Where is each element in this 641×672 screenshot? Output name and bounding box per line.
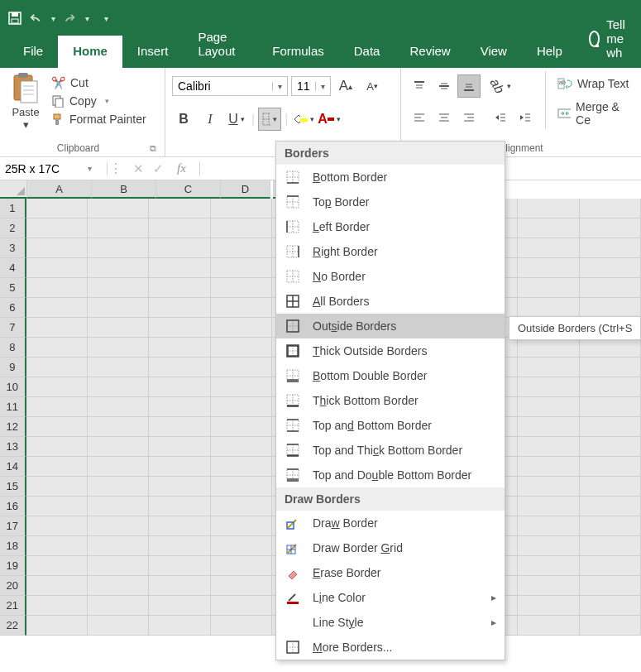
cell[interactable] — [518, 516, 579, 536]
cell[interactable] — [580, 397, 641, 417]
cell[interactable] — [518, 199, 579, 218]
cell[interactable] — [26, 556, 88, 576]
cell[interactable] — [149, 278, 210, 298]
underline-button[interactable]: U▾ — [225, 108, 248, 131]
undo-dropdown-icon[interactable]: ▾ — [51, 14, 55, 23]
row-header[interactable]: 16 — [0, 497, 26, 516]
merge-center-button[interactable]: Merge & Ce — [554, 98, 634, 128]
cell[interactable] — [26, 238, 88, 258]
fill-color-dropdown-icon[interactable]: ▾ — [310, 115, 314, 123]
cell[interactable] — [518, 437, 579, 457]
cell[interactable] — [26, 298, 88, 318]
row-header[interactable]: 22 — [0, 616, 26, 636]
font-color-dropdown-icon[interactable]: ▾ — [337, 115, 341, 123]
align-middle-button[interactable] — [433, 74, 456, 98]
row-header[interactable]: 10 — [0, 377, 26, 397]
cell[interactable] — [149, 616, 210, 636]
cell[interactable] — [88, 218, 149, 238]
tab-formulas[interactable]: Formulas — [257, 36, 339, 68]
redo-icon[interactable] — [64, 12, 77, 25]
bold-button[interactable]: B — [172, 108, 195, 131]
column-header[interactable]: A — [27, 180, 92, 199]
cell[interactable] — [149, 477, 210, 497]
border-menu-thick-bottom[interactable]: Thick Bottom Border — [276, 388, 505, 413]
copy-button[interactable]: Copy▾ — [48, 93, 150, 109]
cell[interactable] — [580, 437, 641, 457]
cell[interactable] — [26, 576, 88, 596]
cell[interactable] — [580, 358, 641, 377]
cell[interactable] — [580, 417, 641, 437]
cell[interactable] — [580, 536, 641, 556]
border-menu-left[interactable]: Left Border — [276, 214, 505, 239]
orientation-button[interactable]: ab▾ — [489, 74, 512, 98]
cell[interactable] — [211, 596, 272, 616]
cell[interactable] — [211, 616, 272, 636]
row-header[interactable]: 1 — [0, 199, 26, 218]
border-menu-all[interactable]: All Borders — [276, 289, 505, 314]
cell[interactable] — [88, 536, 149, 556]
border-menu-draw[interactable]: Draw Border — [276, 511, 505, 535]
cell[interactable] — [580, 338, 641, 358]
cell[interactable] — [88, 358, 149, 377]
border-menu-bottom-double[interactable]: Bottom Double Border — [276, 363, 505, 388]
paste-dropdown-icon[interactable]: ▾ — [23, 118, 29, 131]
undo-icon[interactable] — [30, 12, 43, 25]
align-top-button[interactable] — [408, 74, 431, 98]
cell[interactable] — [149, 238, 210, 258]
cell[interactable] — [149, 358, 210, 377]
cell[interactable] — [149, 199, 210, 218]
font-size-combobox[interactable]: ▾ — [291, 76, 331, 96]
border-menu-bottom[interactable]: Bottom Border — [276, 165, 505, 190]
cell[interactable] — [149, 556, 210, 576]
tab-home[interactable]: Home — [58, 36, 122, 68]
cell[interactable] — [149, 298, 210, 318]
cell[interactable] — [88, 417, 149, 437]
tab-review[interactable]: Review — [395, 36, 465, 68]
cell[interactable] — [211, 377, 272, 397]
border-menu-top-bottom[interactable]: Top and Bottom Border — [276, 413, 505, 438]
cell[interactable] — [26, 596, 88, 616]
underline-dropdown-icon[interactable]: ▾ — [241, 115, 245, 123]
fx-icon[interactable]: fx — [169, 161, 194, 175]
cell[interactable] — [88, 397, 149, 417]
border-menu-right[interactable]: Right Border — [276, 239, 505, 264]
cell[interactable] — [88, 199, 149, 218]
cell[interactable] — [149, 576, 210, 596]
cell[interactable] — [26, 278, 88, 298]
qat-customize-icon[interactable]: ▾ — [104, 14, 108, 23]
cell[interactable] — [88, 556, 149, 576]
cell[interactable] — [580, 576, 641, 596]
cell[interactable] — [211, 576, 272, 596]
cell[interactable] — [518, 556, 579, 576]
cell[interactable] — [88, 616, 149, 636]
tab-file[interactable]: File — [8, 36, 58, 68]
border-menu-line-style[interactable]: Line Style — [276, 610, 505, 635]
row-header[interactable]: 19 — [0, 556, 26, 576]
row-header[interactable]: 6 — [0, 298, 26, 318]
cell[interactable] — [580, 298, 641, 318]
cancel-formula-button[interactable]: ✕ — [129, 161, 147, 176]
tell-me[interactable]: Tell me wh — [589, 9, 641, 68]
italic-button[interactable]: I — [199, 108, 222, 131]
cell[interactable] — [149, 417, 210, 437]
cell[interactable] — [88, 338, 149, 358]
align-left-button[interactable] — [408, 106, 431, 129]
cell[interactable] — [580, 199, 641, 218]
row-header[interactable]: 13 — [0, 437, 26, 457]
row-header[interactable]: 2 — [0, 218, 26, 238]
cell[interactable] — [211, 338, 272, 358]
cell[interactable] — [211, 516, 272, 536]
cell[interactable] — [88, 576, 149, 596]
cell[interactable] — [211, 397, 272, 417]
cell[interactable] — [149, 437, 210, 457]
cell[interactable] — [518, 377, 579, 397]
decrease-font-button[interactable]: A▾ — [361, 74, 384, 98]
cell[interactable] — [88, 477, 149, 497]
tab-data[interactable]: Data — [339, 36, 395, 68]
select-all-corner[interactable] — [0, 180, 27, 199]
cell[interactable] — [518, 596, 579, 616]
border-menu-no[interactable]: No Border — [276, 264, 505, 289]
row-header[interactable]: 17 — [0, 516, 26, 536]
cell[interactable] — [88, 258, 149, 278]
font-size-input[interactable] — [292, 77, 315, 95]
